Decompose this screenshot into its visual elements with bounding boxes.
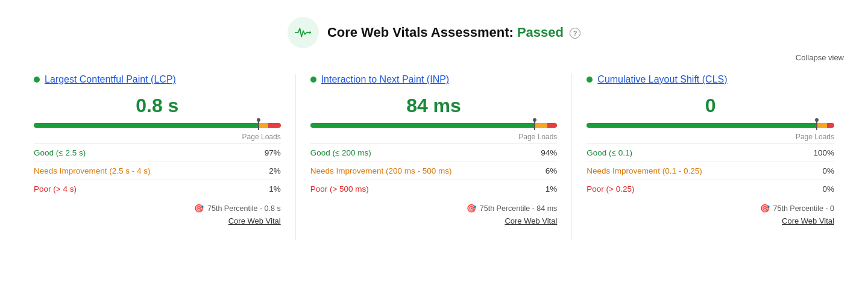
- row-label-lcp-good: Good (≤ 2.5 s): [34, 148, 86, 157]
- status-dot-inp: [310, 77, 316, 83]
- status-dot-cls: [587, 77, 593, 83]
- pulse-icon: [295, 27, 312, 39]
- collapse-area: Collapse view: [0, 53, 868, 74]
- header: Core Web Vitals Assessment: Passed ?: [0, 0, 868, 53]
- track-green-cls: [587, 123, 817, 128]
- metric-rows-lcp: Good (≤ 2.5 s) 97% Needs Improvement (2.…: [34, 143, 281, 198]
- title-text: Core Web Vitals Assessment:: [327, 25, 514, 40]
- metric-rows-inp: Good (≤ 200 ms) 94% Needs Improvement (2…: [310, 143, 558, 198]
- row-value-cls-needs: 0%: [796, 162, 834, 180]
- help-icon[interactable]: ?: [570, 28, 580, 39]
- pulse-icon-wrap: [288, 17, 319, 48]
- track-orange-lcp: [259, 123, 268, 128]
- percentile-text-lcp: 75th Percentile - 0.8 s: [207, 204, 281, 213]
- table-row: Needs Improvement (0.1 - 0.25) 0%: [587, 162, 834, 180]
- percentile-text-inp: 75th Percentile - 84 ms: [480, 204, 558, 213]
- progress-marker-lcp: [258, 121, 259, 130]
- row-value-lcp-good: 97%: [250, 144, 280, 162]
- core-web-vital-anchor-lcp[interactable]: Core Web Vital: [228, 216, 281, 225]
- page-loads-label-lcp: Page Loads: [34, 133, 281, 141]
- status-passed: Passed: [517, 25, 564, 40]
- row-label-cls-poor: Poor (> 0.25): [587, 184, 634, 193]
- row-label-cls-needs: Needs Improvement (0.1 - 0.25): [587, 166, 702, 175]
- row-value-cls-good: 100%: [796, 144, 834, 162]
- pin-icon-lcp: 🎯: [194, 204, 204, 213]
- row-label-inp-poor: Poor (> 500 ms): [310, 184, 369, 193]
- row-label-inp-good: Good (≤ 200 ms): [310, 148, 371, 157]
- progress-marker-inp: [534, 121, 535, 130]
- table-row: Good (≤ 0.1) 100%: [587, 144, 834, 162]
- row-value-cls-poor: 0%: [796, 180, 834, 198]
- core-web-vital-link-cls: Core Web Vital: [587, 213, 834, 225]
- pin-icon-cls: 🎯: [760, 204, 770, 213]
- row-label-lcp-poor: Poor (> 4 s): [34, 184, 77, 193]
- page-loads-label-cls: Page Loads: [587, 133, 834, 141]
- core-web-vital-link-lcp: Core Web Vital: [34, 213, 281, 225]
- row-value-lcp-needs: 2%: [250, 162, 280, 180]
- metric-panel-lcp: Largest Contentful Paint (LCP) 0.8 s Pag…: [19, 74, 296, 240]
- core-web-vital-link-inp: Core Web Vital: [310, 213, 558, 225]
- table-row: Needs Improvement (200 ms - 500 ms) 6%: [310, 162, 558, 180]
- metric-name-cls[interactable]: Cumulative Layout Shift (CLS): [597, 74, 727, 85]
- svg-point-0: [309, 31, 311, 34]
- track-red-lcp: [268, 123, 280, 128]
- table-row: Poor (> 500 ms) 1%: [310, 180, 558, 198]
- metric-title-inp: Interaction to Next Paint (INP): [310, 74, 558, 85]
- table-row: Poor (> 4 s) 1%: [34, 180, 281, 198]
- percentile-text-cls: 75th Percentile - 0: [773, 204, 834, 213]
- collapse-button[interactable]: Collapse view: [796, 53, 844, 62]
- track-red-cls: [827, 123, 834, 128]
- table-row: Poor (> 0.25) 0%: [587, 180, 834, 198]
- row-value-inp-poor: 1%: [532, 180, 557, 198]
- table-row: Needs Improvement (2.5 s - 4 s) 2%: [34, 162, 281, 180]
- page-loads-label-inp: Page Loads: [310, 133, 558, 141]
- metric-title-lcp: Largest Contentful Paint (LCP): [34, 74, 281, 85]
- percentile-lcp: 🎯 75th Percentile - 0.8 s: [34, 198, 281, 213]
- table-row: Good (≤ 2.5 s) 97%: [34, 144, 281, 162]
- progress-bar-cls: [587, 123, 834, 129]
- percentile-inp: 🎯 75th Percentile - 84 ms: [310, 198, 558, 213]
- row-label-inp-needs: Needs Improvement (200 ms - 500 ms): [310, 166, 452, 175]
- page-title: Core Web Vitals Assessment: Passed ?: [327, 25, 580, 40]
- row-label-cls-good: Good (≤ 0.1): [587, 148, 632, 157]
- metric-value-inp: 84 ms: [310, 95, 558, 117]
- metrics-grid: Largest Contentful Paint (LCP) 0.8 s Pag…: [0, 74, 868, 240]
- pin-icon-inp: 🎯: [467, 204, 476, 213]
- track-green-lcp: [34, 123, 259, 128]
- track-orange-inp: [535, 123, 547, 128]
- track-red-inp: [547, 123, 557, 128]
- progress-bar-inp: [310, 123, 558, 129]
- metric-value-lcp: 0.8 s: [34, 95, 281, 117]
- metric-title-cls: Cumulative Layout Shift (CLS): [587, 74, 834, 85]
- metric-panel-inp: Interaction to Next Paint (INP) 84 ms Pa…: [296, 74, 573, 240]
- svg-point-1: [306, 32, 308, 34]
- core-web-vital-anchor-cls[interactable]: Core Web Vital: [782, 216, 834, 225]
- row-value-inp-needs: 6%: [532, 162, 557, 180]
- metric-name-inp[interactable]: Interaction to Next Paint (INP): [321, 74, 450, 85]
- status-dot-lcp: [34, 77, 40, 83]
- track-green-inp: [310, 123, 535, 128]
- row-value-inp-good: 94%: [532, 144, 557, 162]
- metric-name-lcp[interactable]: Largest Contentful Paint (LCP): [45, 74, 176, 85]
- percentile-cls: 🎯 75th Percentile - 0: [587, 198, 834, 213]
- core-web-vital-anchor-inp[interactable]: Core Web Vital: [505, 216, 557, 225]
- progress-bar-lcp: [34, 123, 281, 129]
- row-value-lcp-poor: 1%: [250, 180, 280, 198]
- metric-rows-cls: Good (≤ 0.1) 100% Needs Improvement (0.1…: [587, 143, 834, 198]
- metric-value-cls: 0: [587, 95, 834, 117]
- progress-marker-cls: [816, 121, 817, 130]
- track-orange-cls: [817, 123, 826, 128]
- metric-panel-cls: Cumulative Layout Shift (CLS) 0 Page Loa…: [572, 74, 849, 240]
- row-label-lcp-needs: Needs Improvement (2.5 s - 4 s): [34, 166, 151, 175]
- table-row: Good (≤ 200 ms) 94%: [310, 144, 558, 162]
